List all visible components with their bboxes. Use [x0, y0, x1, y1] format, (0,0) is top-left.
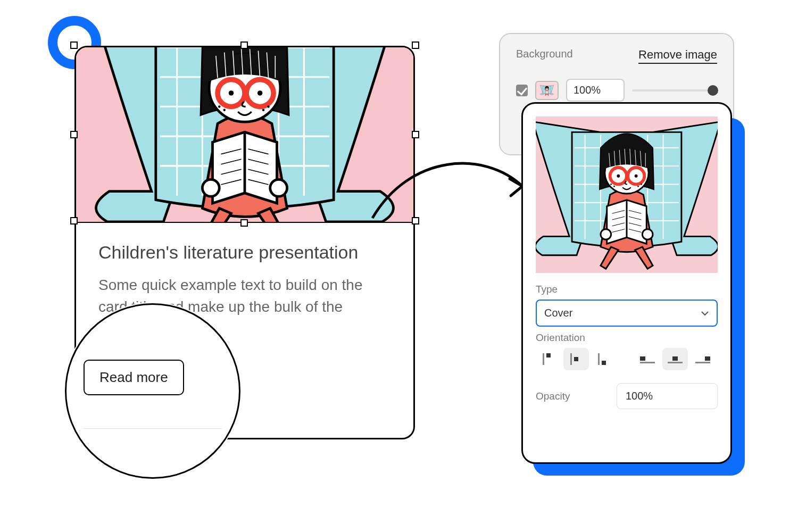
divider [84, 428, 222, 429]
read-more-button[interactable]: Read more [84, 360, 184, 395]
slider-knob[interactable] [708, 85, 718, 96]
orientation-v-top[interactable] [536, 348, 561, 370]
card-title: Children's literature presentation [98, 242, 391, 263]
background-opacity-slider[interactable] [632, 89, 717, 92]
orientation-h-right[interactable] [690, 348, 716, 370]
background-opacity-input[interactable]: 100% [566, 79, 625, 102]
flow-arrow-icon [367, 149, 532, 234]
background-title: Background [516, 48, 573, 60]
background-enable-checkbox[interactable] [516, 85, 528, 96]
type-label: Type [536, 284, 718, 295]
orientation-label: Orientation [536, 332, 718, 344]
magnifier-lens: Read more [65, 303, 240, 479]
chevron-down-icon [701, 309, 709, 318]
orientation-v-center[interactable] [563, 348, 589, 370]
image-options-panel: Type Cover Orientation Opacity 100% [521, 102, 732, 464]
remove-image-link[interactable]: Remove image [638, 48, 717, 64]
image-preview [536, 117, 718, 273]
orientation-v-bottom[interactable] [591, 348, 617, 370]
card-image[interactable] [76, 47, 413, 223]
background-thumbnail[interactable] [535, 81, 559, 100]
resize-handle-tr[interactable] [412, 41, 419, 49]
orientation-h-center[interactable] [662, 348, 688, 370]
opacity-input[interactable]: 100% [617, 383, 718, 409]
type-select[interactable]: Cover [536, 300, 718, 327]
opacity-label: Opacity [536, 390, 570, 402]
orientation-h-left[interactable] [635, 348, 660, 370]
type-select-value: Cover [544, 307, 572, 319]
